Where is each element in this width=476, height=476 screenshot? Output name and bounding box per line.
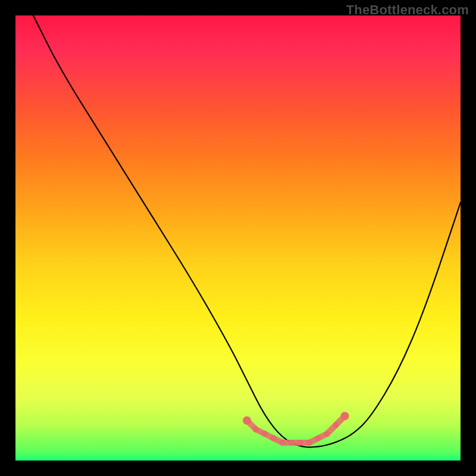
- marker-dot: [289, 440, 295, 446]
- marker-dot: [253, 427, 259, 433]
- marker-dot: [324, 431, 330, 437]
- marker-dot: [333, 422, 339, 428]
- marker-dot: [262, 431, 268, 437]
- marker-dot: [280, 440, 286, 446]
- curve-svg: [15, 15, 461, 461]
- watermark-text: TheBottleneck.com: [346, 2, 469, 18]
- marker-dot: [341, 412, 349, 420]
- plot-area: [15, 15, 461, 461]
- marker-dot: [306, 440, 312, 446]
- marker-band: [247, 416, 345, 443]
- marker-dot: [271, 436, 277, 441]
- marker-dot: [243, 416, 251, 425]
- bottleneck-curve-path: [33, 15, 461, 447]
- marker-dot: [315, 436, 321, 441]
- chart-frame: TheBottleneck.com: [0, 0, 476, 476]
- marker-dot: [298, 440, 303, 446]
- marker-group: [243, 412, 349, 446]
